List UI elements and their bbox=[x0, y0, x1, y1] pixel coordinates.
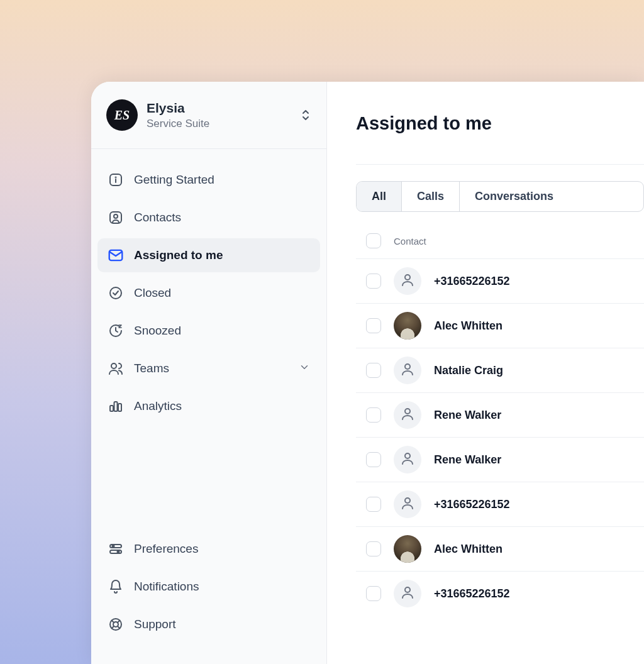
row-checkbox[interactable] bbox=[366, 586, 381, 601]
nav-label: Getting Started bbox=[134, 173, 214, 187]
svg-point-21 bbox=[405, 275, 410, 280]
svg-line-20 bbox=[112, 626, 114, 629]
avatar-photo bbox=[394, 312, 421, 340]
row-checkbox[interactable] bbox=[366, 363, 381, 378]
lifebuoy-icon bbox=[108, 616, 124, 633]
svg-point-14 bbox=[118, 551, 119, 553]
svg-line-17 bbox=[112, 621, 114, 623]
nav-label: Contacts bbox=[134, 211, 181, 224]
contact-name: Rene Walker bbox=[434, 453, 501, 467]
contact-row[interactable]: Alec Whitten bbox=[356, 303, 644, 348]
person-icon bbox=[400, 495, 415, 513]
nav-item-snoozed[interactable]: Snoozed bbox=[97, 314, 320, 348]
nav-label: Support bbox=[134, 617, 176, 631]
contact-name: +31665226152 bbox=[434, 498, 510, 511]
row-checkbox[interactable] bbox=[366, 318, 381, 333]
nav-item-assigned[interactable]: Assigned to me bbox=[97, 238, 320, 272]
avatar-placeholder bbox=[394, 267, 421, 295]
nav-item-closed[interactable]: Closed bbox=[97, 276, 320, 310]
person-icon bbox=[400, 451, 415, 468]
person-icon bbox=[400, 272, 415, 290]
row-checkbox[interactable] bbox=[366, 407, 381, 423]
nav-item-preferences[interactable]: Preferences bbox=[97, 532, 320, 566]
contact-name: Rene Walker bbox=[434, 409, 501, 422]
svg-line-19 bbox=[118, 621, 120, 623]
tab-calls[interactable]: Calls bbox=[402, 182, 460, 211]
chevron-up-down-icon bbox=[300, 109, 311, 121]
nav-footer: Preferences Notifications Support bbox=[91, 532, 326, 664]
filter-tabs: All Calls Conversations bbox=[356, 181, 644, 212]
contact-row[interactable]: Rene Walker bbox=[356, 437, 644, 482]
chevron-down-icon bbox=[299, 362, 310, 376]
svg-rect-10 bbox=[118, 404, 121, 411]
svg-rect-8 bbox=[110, 406, 113, 411]
nav-item-notifications[interactable]: Notifications bbox=[97, 570, 320, 604]
divider bbox=[356, 164, 644, 165]
table-header: Contact bbox=[356, 233, 644, 258]
nav-label: Preferences bbox=[134, 542, 198, 556]
mail-icon bbox=[108, 247, 124, 263]
svg-point-6 bbox=[110, 287, 121, 299]
workspace-info: Elysia Service Suite bbox=[147, 100, 291, 130]
row-checkbox[interactable] bbox=[366, 541, 381, 556]
tab-conversations[interactable]: Conversations bbox=[460, 182, 569, 211]
person-icon bbox=[400, 585, 415, 602]
nav-label: Teams bbox=[134, 362, 169, 375]
contact-row[interactable]: +31665226152 bbox=[356, 258, 644, 303]
contact-name: +31665226152 bbox=[434, 275, 510, 288]
row-checkbox[interactable] bbox=[366, 452, 381, 467]
contact-icon bbox=[108, 209, 124, 226]
contact-row[interactable]: +31665226152 bbox=[356, 482, 644, 526]
nav-item-support[interactable]: Support bbox=[97, 607, 320, 641]
avatar-placeholder bbox=[394, 446, 421, 473]
info-icon bbox=[108, 172, 124, 188]
svg-line-18 bbox=[118, 626, 120, 629]
avatar-photo bbox=[394, 535, 421, 563]
sliders-icon bbox=[108, 541, 124, 557]
svg-point-2 bbox=[116, 177, 116, 178]
contact-name: +31665226152 bbox=[434, 587, 510, 600]
bar-chart-icon bbox=[108, 398, 124, 414]
nav-label: Assigned to me bbox=[134, 248, 223, 262]
svg-point-25 bbox=[405, 498, 410, 503]
workspace-switcher[interactable]: ES Elysia Service Suite bbox=[91, 82, 326, 149]
svg-point-23 bbox=[405, 409, 410, 414]
avatar-placeholder bbox=[394, 490, 421, 518]
nav-primary: Getting Started Contacts Assigned to me … bbox=[91, 149, 326, 532]
person-icon bbox=[400, 362, 415, 379]
workspace-subtitle: Service Suite bbox=[147, 118, 291, 130]
check-circle-icon bbox=[108, 285, 124, 301]
users-icon bbox=[108, 360, 124, 377]
page-title: Assigned to me bbox=[356, 113, 644, 134]
contact-row[interactable]: Alec Whitten bbox=[356, 526, 644, 571]
contact-name: Natalie Craig bbox=[434, 364, 503, 377]
row-checkbox[interactable] bbox=[366, 497, 381, 512]
avatar-placeholder bbox=[394, 357, 421, 384]
main-content: Assigned to me All Calls Conversations C… bbox=[327, 82, 644, 664]
app-window: ES Elysia Service Suite Getting Started bbox=[91, 82, 644, 664]
row-checkbox[interactable] bbox=[366, 274, 381, 289]
nav-item-teams[interactable]: Teams bbox=[97, 351, 320, 385]
svg-point-22 bbox=[405, 364, 410, 369]
contact-name: Alec Whitten bbox=[434, 543, 502, 556]
contact-row[interactable]: +31665226152 bbox=[356, 571, 644, 616]
nav-item-contacts[interactable]: Contacts bbox=[97, 201, 320, 235]
sidebar: ES Elysia Service Suite Getting Started bbox=[91, 82, 327, 664]
select-all-checkbox[interactable] bbox=[366, 233, 381, 248]
contact-name: Alec Whitten bbox=[434, 319, 502, 333]
contact-row[interactable]: Rene Walker bbox=[356, 392, 644, 437]
svg-point-4 bbox=[114, 214, 118, 218]
contact-row[interactable]: Natalie Craig bbox=[356, 348, 644, 392]
tab-all[interactable]: All bbox=[357, 182, 402, 211]
contact-list: +31665226152Alec WhittenNatalie CraigRen… bbox=[356, 258, 644, 616]
nav-label: Snoozed bbox=[134, 324, 181, 338]
nav-label: Analytics bbox=[134, 399, 182, 413]
avatar-placeholder bbox=[394, 580, 421, 607]
nav-label: Notifications bbox=[134, 580, 199, 594]
svg-rect-9 bbox=[114, 402, 118, 411]
workspace-logo: ES bbox=[106, 99, 138, 131]
bell-icon bbox=[108, 578, 124, 595]
nav-item-analytics[interactable]: Analytics bbox=[97, 389, 320, 423]
nav-item-getting-started[interactable]: Getting Started bbox=[97, 163, 320, 197]
avatar-placeholder bbox=[394, 401, 421, 429]
